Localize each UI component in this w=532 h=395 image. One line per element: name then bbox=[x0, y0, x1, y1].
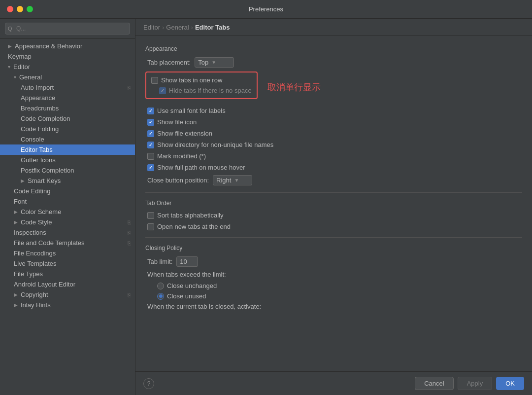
show-file-icon-checkbox[interactable] bbox=[147, 119, 154, 126]
show-tabs-row-group: Show tabs in one row Hide tabs if there … bbox=[145, 72, 522, 103]
tab-placement-dropdown[interactable]: Top ▼ bbox=[195, 57, 234, 68]
show-directory-checkbox[interactable] bbox=[147, 142, 154, 148]
sidebar-item-label: Copyright bbox=[21, 291, 48, 298]
apply-button[interactable]: Apply bbox=[458, 377, 493, 390]
open-new-end-row: Open new tabs at the end bbox=[145, 223, 522, 230]
sidebar-item-appearance[interactable]: Appearance bbox=[0, 93, 135, 103]
sidebar-item-color-scheme[interactable]: ▶ Color Scheme bbox=[0, 207, 135, 217]
show-directory-wrap[interactable]: Show directory for non-unique file names bbox=[147, 141, 273, 148]
sidebar-item-smart-keys[interactable]: ▶ Smart Keys bbox=[0, 176, 135, 186]
when-current-closed-label: When the current tab is closed, activate… bbox=[147, 303, 261, 310]
tab-limit-row: Tab limit: bbox=[145, 256, 522, 267]
sidebar-item-label: Appearance bbox=[21, 94, 55, 102]
sidebar-item-console[interactable]: Console bbox=[0, 134, 135, 144]
close-unused-row[interactable]: Close unused bbox=[145, 292, 522, 300]
sidebar-item-android-layout-editor[interactable]: Android Layout Editor bbox=[0, 279, 135, 289]
sidebar-item-inspections[interactable]: Inspections ⎘ bbox=[0, 227, 135, 238]
sidebar-item-editor-tabs[interactable]: Editor Tabs bbox=[0, 144, 135, 155]
sidebar-item-code-editing[interactable]: Code Editing bbox=[0, 186, 135, 196]
show-tabs-one-row-wrap[interactable]: Show tabs in one row bbox=[151, 76, 252, 84]
chevron-right-icon: ▶ bbox=[8, 43, 12, 49]
sidebar-item-code-style[interactable]: ▶ Code Style ⎘ bbox=[0, 217, 135, 227]
copy-icon: ⎘ bbox=[128, 85, 131, 91]
use-small-font-wrap[interactable]: Use small font for labels bbox=[147, 107, 226, 114]
sidebar-item-appearance-behavior[interactable]: ▶ Appearance & Behavior bbox=[0, 41, 135, 51]
search-input[interactable] bbox=[5, 23, 130, 35]
open-new-end-label: Open new tabs at the end bbox=[157, 223, 231, 230]
show-file-icon-row: Show file icon bbox=[145, 118, 522, 126]
sidebar-item-file-types[interactable]: File Types bbox=[0, 269, 135, 279]
show-tabs-one-row-checkbox[interactable] bbox=[151, 77, 158, 84]
show-file-extension-label: Show file extension bbox=[157, 130, 212, 137]
help-button[interactable]: ? bbox=[143, 378, 154, 389]
show-directory-row: Show directory for non-unique file names bbox=[145, 141, 522, 148]
when-current-closed-row: When the current tab is closed, activate… bbox=[145, 303, 522, 310]
sidebar-item-keymap[interactable]: Keymap bbox=[0, 51, 135, 62]
sidebar-item-gutter-icons[interactable]: Gutter Icons bbox=[0, 155, 135, 165]
sidebar-item-font[interactable]: Font bbox=[0, 196, 135, 207]
sidebar-item-live-templates[interactable]: Live Templates bbox=[0, 258, 135, 269]
sidebar-item-label: Inlay Hints bbox=[21, 301, 51, 309]
dropdown-arrow-icon: ▼ bbox=[234, 178, 239, 183]
sidebar-item-file-encodings[interactable]: File Encodings bbox=[0, 248, 135, 258]
cancel-button[interactable]: Cancel bbox=[415, 377, 453, 390]
sidebar-item-editor[interactable]: ▾ Editor bbox=[0, 62, 135, 72]
chevron-right-icon: ▶ bbox=[14, 302, 18, 308]
close-unchanged-row[interactable]: Close unchanged bbox=[145, 282, 522, 289]
show-full-path-wrap[interactable]: Show full path on mouse hover bbox=[147, 164, 245, 171]
sidebar-item-label: Editor bbox=[13, 63, 30, 71]
copy-icon: ⎘ bbox=[128, 219, 131, 225]
sidebar-item-file-code-templates[interactable]: File and Code Templates ⎘ bbox=[0, 238, 135, 248]
close-button[interactable] bbox=[7, 6, 13, 12]
sidebar-item-postfix-completion[interactable]: Postfix Completion bbox=[0, 165, 135, 176]
mark-modified-checkbox[interactable] bbox=[147, 153, 154, 160]
chevron-right-icon: ▶ bbox=[21, 178, 25, 183]
sort-alphabetically-wrap[interactable]: Sort tabs alphabetically bbox=[147, 212, 223, 219]
close-unchanged-radio[interactable] bbox=[157, 283, 164, 289]
show-file-extension-checkbox[interactable] bbox=[147, 130, 154, 137]
use-small-font-row: Use small font for labels bbox=[145, 107, 522, 114]
titlebar-buttons bbox=[7, 6, 33, 12]
show-directory-label: Show directory for non-unique file names bbox=[157, 141, 273, 148]
breadcrumb-sep-2: › bbox=[191, 24, 193, 31]
closing-policy-section-header: Closing Policy bbox=[145, 245, 522, 251]
open-new-end-checkbox[interactable] bbox=[147, 223, 154, 230]
mark-modified-wrap[interactable]: Mark modified (*) bbox=[147, 152, 206, 160]
dropdown-arrow-icon: ▼ bbox=[211, 60, 216, 65]
breadcrumb-editor: Editor bbox=[143, 24, 160, 31]
sidebar-item-auto-import[interactable]: Auto Import ⎘ bbox=[0, 82, 135, 93]
sidebar-item-copyright[interactable]: ▶ Copyright ⎘ bbox=[0, 289, 135, 300]
sidebar-item-code-folding[interactable]: Code Folding bbox=[0, 124, 135, 134]
action-buttons: Cancel Apply OK bbox=[415, 377, 524, 390]
maximize-button[interactable] bbox=[27, 6, 33, 12]
sidebar-item-label: File and Code Templates bbox=[14, 239, 85, 247]
show-file-icon-wrap[interactable]: Show file icon bbox=[147, 118, 197, 126]
sidebar-item-inlay-hints[interactable]: ▶ Inlay Hints bbox=[0, 300, 135, 310]
use-small-font-checkbox[interactable] bbox=[147, 108, 154, 114]
tab-limit-input[interactable] bbox=[176, 256, 198, 267]
appearance-section-header: Appearance bbox=[145, 45, 522, 52]
hide-tabs-checkbox[interactable] bbox=[159, 87, 166, 94]
sidebar-item-label: General bbox=[19, 73, 42, 81]
close-unused-radio[interactable] bbox=[157, 293, 164, 300]
section-divider-1 bbox=[145, 192, 522, 193]
bottom-bar: ? Cancel Apply OK bbox=[135, 371, 532, 395]
open-new-end-wrap[interactable]: Open new tabs at the end bbox=[147, 223, 231, 230]
sidebar-item-breadcrumbs[interactable]: Breadcrumbs bbox=[0, 103, 135, 113]
minimize-button[interactable] bbox=[17, 6, 23, 12]
close-button-dropdown[interactable]: Right ▼ bbox=[213, 175, 252, 185]
sidebar-item-code-completion[interactable]: Code Completion bbox=[0, 113, 135, 124]
breadcrumb-current: Editor Tabs bbox=[195, 24, 230, 31]
ok-button[interactable]: OK bbox=[496, 377, 524, 390]
show-file-extension-wrap[interactable]: Show file extension bbox=[147, 130, 212, 137]
tab-placement-value: Top bbox=[198, 59, 208, 66]
search-icon: Q bbox=[8, 26, 12, 32]
show-full-path-checkbox[interactable] bbox=[147, 164, 154, 171]
breadcrumb-general: General bbox=[166, 24, 189, 31]
sidebar-item-general[interactable]: ▾ General bbox=[0, 72, 135, 82]
sidebar-tree: ▶ Appearance & Behavior Keymap ▾ Editor … bbox=[0, 39, 135, 395]
sort-alphabetically-checkbox[interactable] bbox=[147, 212, 154, 219]
chevron-down-icon: ▾ bbox=[14, 74, 16, 80]
tab-placement-label: Tab placement: bbox=[147, 59, 191, 66]
hide-tabs-wrap[interactable]: Hide tabs if there is no space bbox=[151, 87, 252, 94]
